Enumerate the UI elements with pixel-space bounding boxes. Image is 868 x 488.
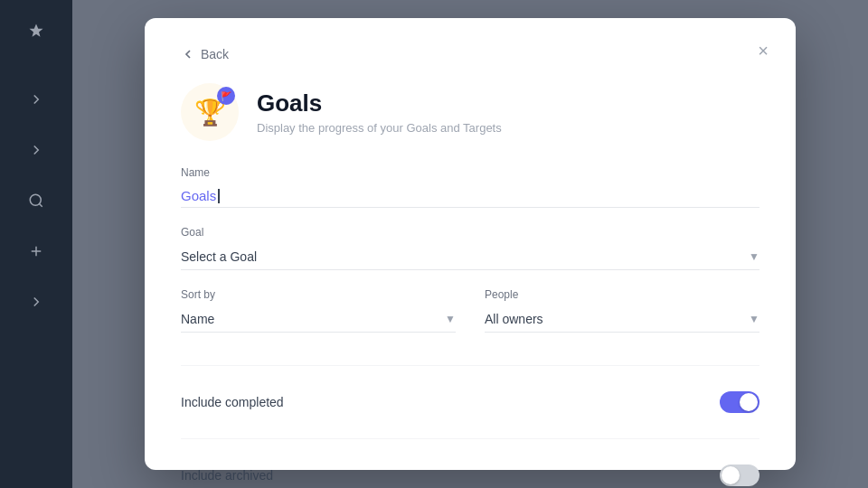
modal-close-button[interactable]: × — [749, 36, 778, 65]
goal-chevron-icon: ▼ — [749, 250, 760, 263]
modal-title-group: Goals Display the progress of your Goals… — [257, 89, 502, 135]
sort-people-row: Sort by Name ▼ People All owners ▼ — [181, 288, 760, 351]
people-section: People All owners ▼ — [485, 288, 760, 333]
people-select-value: All owners — [485, 312, 749, 326]
modal-title: Goals — [257, 89, 502, 117]
people-label: People — [485, 288, 760, 301]
svg-line-2 — [39, 203, 42, 206]
divider-2 — [181, 438, 760, 439]
sort-select-value: Name — [181, 312, 445, 326]
sort-label: Sort by — [181, 288, 456, 301]
sidebar — [0, 0, 72, 488]
name-section: Name Goals — [181, 166, 760, 208]
sort-chevron-icon: ▼ — [445, 313, 456, 325]
include-archived-row: Include archived — [181, 454, 760, 488]
sidebar-collapse-icon-2[interactable] — [20, 134, 52, 166]
include-completed-label: Include completed — [181, 395, 284, 409]
back-chevron-icon — [181, 47, 195, 61]
people-select[interactable]: All owners ▼ — [485, 306, 760, 333]
goal-section: Goal Select a Goal ▼ — [181, 226, 760, 270]
include-completed-toggle[interactable] — [720, 391, 760, 413]
name-input-value: Goals — [181, 188, 216, 203]
goal-label: Goal — [181, 226, 760, 239]
include-archived-toggle[interactable] — [720, 465, 760, 486]
sidebar-collapse-icon-1[interactable] — [20, 83, 52, 116]
goal-select[interactable]: Select a Goal ▼ — [181, 244, 760, 270]
modal-overlay: × Back 🏆 🚩 Goals Display the progress of… — [72, 0, 868, 488]
svg-marker-0 — [30, 24, 43, 37]
sidebar-search-icon[interactable] — [20, 184, 52, 217]
sort-select[interactable]: Name ▼ — [181, 306, 456, 333]
sort-section: Sort by Name ▼ — [181, 288, 456, 333]
text-cursor — [218, 189, 220, 203]
name-label: Name — [181, 166, 760, 179]
people-chevron-icon: ▼ — [749, 313, 760, 325]
include-archived-label: Include archived — [181, 468, 273, 483]
flag-badge: 🚩 — [217, 87, 235, 105]
include-completed-row: Include completed — [181, 380, 760, 424]
svg-point-1 — [30, 194, 41, 205]
modal-icon-wrapper: 🏆 🚩 — [181, 83, 239, 141]
goal-select-value: Select a Goal — [181, 249, 749, 264]
sidebar-add-icon[interactable] — [20, 235, 52, 267]
sidebar-collapse-icon-3[interactable] — [20, 286, 52, 318]
modal-back-button[interactable]: Back — [181, 47, 229, 61]
back-label: Back — [201, 47, 229, 61]
modal-header: 🏆 🚩 Goals Display the progress of your G… — [181, 83, 760, 141]
divider-1 — [181, 365, 760, 366]
modal-container: × Back 🏆 🚩 Goals Display the progress of… — [145, 18, 796, 470]
sidebar-logo-icon[interactable] — [20, 14, 52, 47]
modal-subtitle: Display the progress of your Goals and T… — [257, 121, 502, 135]
